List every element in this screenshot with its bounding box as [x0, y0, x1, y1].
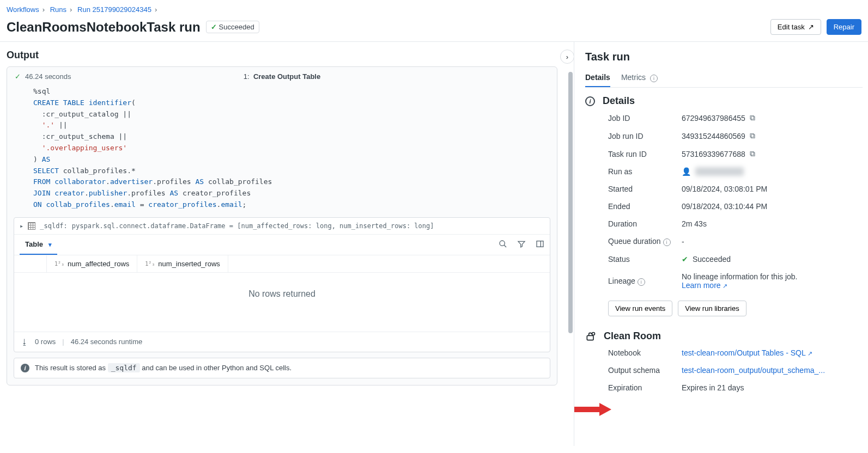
result-footer: ⭳ 0 rows | 46.24 seconds runtime	[14, 332, 550, 352]
value-run-as-redacted: xxxxxxx	[695, 167, 744, 176]
output-heading: Output	[7, 50, 568, 61]
user-icon: 👤	[682, 167, 691, 176]
value-started: 09/18/2024, 03:08:01 PM	[682, 185, 863, 193]
check-icon: ✓	[211, 23, 217, 31]
dataframe-icon	[28, 222, 35, 230]
title-row: CleanRoomsNotebookTask run ✓ Succeeded E…	[0, 17, 868, 42]
breadcrumb-workflows[interactable]: Workflows	[7, 5, 39, 14]
filter-icon[interactable]	[517, 240, 526, 250]
value-lineage: No lineage information for this job.	[682, 272, 863, 281]
collapse-panel-button[interactable]: ›	[560, 50, 574, 64]
external-link-icon: ↗	[723, 283, 727, 289]
label-run-as: Run as	[608, 167, 682, 176]
code-block: %sql CREATE TABLE identifier( :cr_output…	[7, 86, 557, 217]
value-job-id: 672949637986455	[682, 114, 745, 123]
result-box: ▸ _sqldf: pyspark.sql.connect.dataframe.…	[14, 217, 550, 352]
breadcrumb-runs[interactable]: Runs	[50, 5, 66, 14]
search-icon[interactable]	[499, 240, 507, 250]
value-task-run-id: 573169339677688	[682, 150, 745, 158]
svg-rect-4	[587, 335, 593, 340]
lineage-learn-more-link[interactable]: Learn more ↗	[682, 281, 727, 290]
notebook-cell: ✓ 46.24 seconds 1: Create Output Table %…	[7, 66, 557, 385]
cell-title: 1: Create Output Table	[244, 72, 320, 81]
clean-room-icon	[585, 331, 596, 342]
chevron-right-icon: ›	[566, 53, 568, 61]
svg-point-5	[592, 332, 595, 335]
annotation-arrow	[574, 402, 611, 419]
info-icon: i	[650, 75, 658, 82]
label-ended: Ended	[608, 202, 682, 211]
copy-icon[interactable]: ⧉	[750, 131, 755, 140]
chevron-down-icon: ▾	[48, 241, 52, 248]
status-badge: ✓ Succeeded	[206, 21, 259, 33]
notebook-link[interactable]: test-clean-room/Output Tables - SQL ↗	[682, 348, 812, 357]
breadcrumb: Workflows› Runs› Run 251799029024345›	[0, 0, 868, 17]
label-notebook: Notebook	[608, 348, 682, 357]
value-job-run-id: 349315244860569	[682, 132, 745, 140]
view-run-libraries-button[interactable]: View run libraries	[678, 301, 746, 316]
label-job-run-id: Job run ID	[608, 132, 682, 140]
no-rows-message: No rows returned	[14, 273, 550, 332]
output-panel: Output › ✓ 46.24 seconds 1: Create Outpu…	[0, 42, 574, 446]
tab-table[interactable]: Table ▾	[20, 235, 57, 255]
task-run-heading: Task run	[585, 51, 863, 63]
tab-metrics[interactable]: Metrics i	[621, 69, 658, 87]
label-output-schema: Output schema	[608, 366, 682, 375]
value-status: ✔Succeeded	[682, 255, 863, 264]
row-count: 0 rows	[35, 338, 56, 346]
download-icon[interactable]: ⭳	[21, 338, 28, 346]
value-expiration: Expires in 21 days	[682, 383, 863, 392]
task-run-panel: Task run Details Metrics i i Details Job…	[574, 42, 868, 446]
table-row-number-col	[14, 255, 47, 272]
label-status: Status	[608, 255, 682, 264]
edit-task-button[interactable]: Edit task ↗	[770, 19, 821, 35]
external-link-icon: ↗	[808, 350, 812, 357]
label-task-run-id: Task run ID	[608, 150, 682, 158]
runtime-text: 46.24 seconds runtime	[71, 338, 143, 346]
tab-details[interactable]: Details	[585, 69, 610, 87]
check-icon: ✓	[15, 72, 21, 81]
external-link-icon: ↗	[808, 23, 814, 31]
breadcrumb-run[interactable]: Run 251799029024345	[77, 5, 151, 14]
info-icon: i	[21, 364, 29, 372]
clean-room-heading: Clean Room	[604, 330, 661, 342]
label-queue-duration: Queue durationi	[608, 237, 682, 246]
copy-icon[interactable]: ⧉	[750, 113, 755, 123]
value-ended: 09/18/2024, 03:10:44 PM	[682, 202, 863, 211]
info-strip: i This result is stored as _sqldf and ca…	[14, 358, 550, 378]
label-duration: Duration	[608, 219, 682, 228]
value-duration: 2m 43s	[682, 219, 863, 228]
label-job-id: Job ID	[608, 114, 682, 123]
page-title: CleanRoomsNotebookTask run	[7, 20, 201, 35]
check-circle-icon: ✔	[682, 255, 688, 264]
table-header: 1²₃ num_affected_rows 1²₃ num_inserted_r…	[14, 255, 550, 273]
numeric-type-icon: 1²₃	[145, 261, 155, 267]
label-expiration: Expiration	[608, 383, 682, 392]
svg-line-1	[504, 245, 506, 247]
info-icon: i	[585, 96, 595, 106]
scrollbar[interactable]	[568, 72, 573, 333]
cell-duration: 46.24 seconds	[25, 72, 71, 81]
columns-icon[interactable]	[536, 240, 544, 250]
output-schema-link[interactable]: test-clean-room_output/output_schema_...	[682, 366, 825, 375]
caret-right-icon: ▸	[20, 222, 23, 230]
repair-button[interactable]: Repair	[827, 19, 861, 35]
info-icon[interactable]: i	[638, 278, 645, 286]
numeric-type-icon: 1²₃	[54, 261, 64, 267]
svg-point-0	[500, 241, 505, 246]
label-started: Started	[608, 185, 682, 193]
label-lineage: Lineagei	[608, 277, 682, 286]
table-col-num-affected[interactable]: 1²₃ num_affected_rows	[47, 255, 137, 272]
info-icon[interactable]: i	[663, 238, 671, 246]
table-col-num-inserted[interactable]: 1²₃ num_inserted_rows	[137, 255, 228, 272]
view-run-events-button[interactable]: View run events	[608, 301, 672, 316]
copy-icon[interactable]: ⧉	[750, 149, 755, 158]
svg-rect-2	[537, 241, 543, 247]
result-schema-row[interactable]: ▸ _sqldf: pyspark.sql.connect.dataframe.…	[14, 218, 550, 235]
value-queue-duration: -	[682, 237, 863, 246]
details-heading: Details	[603, 95, 635, 107]
